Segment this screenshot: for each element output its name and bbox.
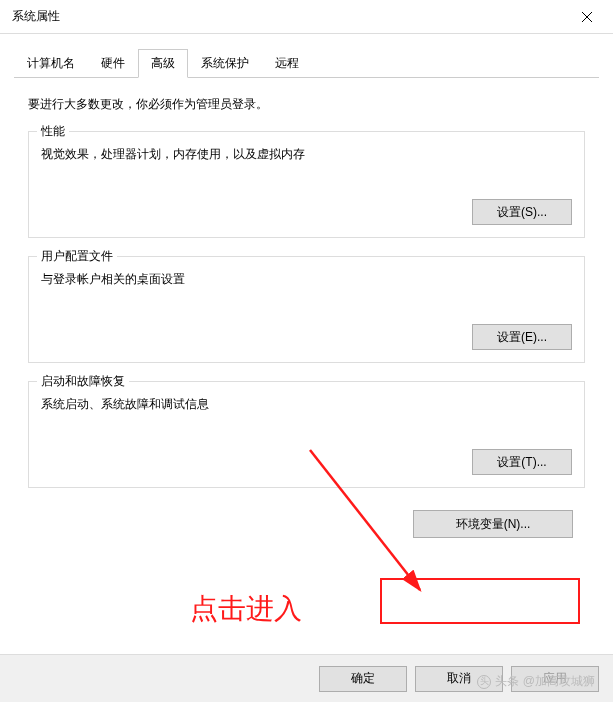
content-area: 计算机名 硬件 高级 系统保护 远程 要进行大多数更改，你必须作为管理员登录。 … [0, 34, 613, 552]
performance-desc: 视觉效果，处理器计划，内存使用，以及虚拟内存 [41, 146, 572, 163]
tab-advanced[interactable]: 高级 [138, 49, 188, 78]
tab-hardware[interactable]: 硬件 [88, 49, 138, 78]
user-profiles-legend: 用户配置文件 [37, 248, 117, 265]
annotation-label: 点击进入 [190, 590, 302, 628]
intro-text: 要进行大多数更改，你必须作为管理员登录。 [28, 96, 585, 113]
apply-button[interactable]: 应用 [511, 666, 599, 692]
env-vars-row: 环境变量(N)... [28, 510, 585, 538]
startup-recovery-settings-button[interactable]: 设置(T)... [472, 449, 572, 475]
cancel-button[interactable]: 取消 [415, 666, 503, 692]
user-profiles-desc: 与登录帐户相关的桌面设置 [41, 271, 572, 288]
close-button[interactable] [565, 2, 609, 32]
user-profiles-group: 用户配置文件 与登录帐户相关的桌面设置 设置(E)... [28, 256, 585, 363]
tab-system-protection[interactable]: 系统保护 [188, 49, 262, 78]
dialog-footer: 确定 取消 应用 [0, 654, 613, 702]
close-icon [582, 12, 592, 22]
tab-strip: 计算机名 硬件 高级 系统保护 远程 [14, 48, 599, 78]
window-title: 系统属性 [12, 8, 60, 25]
performance-settings-button[interactable]: 设置(S)... [472, 199, 572, 225]
annotation-highlight-box [380, 578, 580, 624]
startup-recovery-desc: 系统启动、系统故障和调试信息 [41, 396, 572, 413]
environment-variables-button[interactable]: 环境变量(N)... [413, 510, 573, 538]
ok-button[interactable]: 确定 [319, 666, 407, 692]
startup-recovery-group: 启动和故障恢复 系统启动、系统故障和调试信息 设置(T)... [28, 381, 585, 488]
performance-group: 性能 视觉效果，处理器计划，内存使用，以及虚拟内存 设置(S)... [28, 131, 585, 238]
tab-remote[interactable]: 远程 [262, 49, 312, 78]
titlebar: 系统属性 [0, 0, 613, 34]
advanced-panel: 要进行大多数更改，你必须作为管理员登录。 性能 视觉效果，处理器计划，内存使用，… [14, 78, 599, 552]
performance-legend: 性能 [37, 123, 69, 140]
startup-recovery-legend: 启动和故障恢复 [37, 373, 129, 390]
user-profiles-settings-button[interactable]: 设置(E)... [472, 324, 572, 350]
tab-computer-name[interactable]: 计算机名 [14, 49, 88, 78]
